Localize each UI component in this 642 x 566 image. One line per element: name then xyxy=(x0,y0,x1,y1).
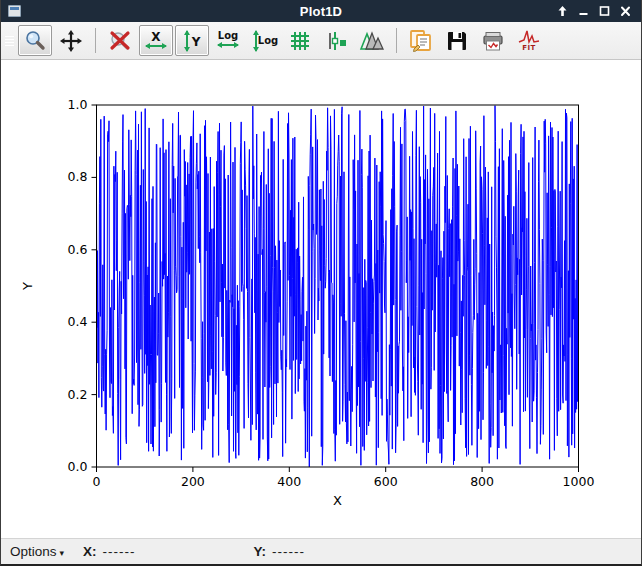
log-x-button[interactable]: Log xyxy=(211,25,245,56)
x-tick-label: 800 xyxy=(470,474,494,489)
options-dropdown-button[interactable]: Options ▾ xyxy=(10,544,64,559)
y-axis-autoscale-icon: Y xyxy=(179,28,205,54)
plot-canvas[interactable]: 020040060080010000.00.20.40.60.81.0XY xyxy=(1,60,641,538)
svg-text:FIT: FIT xyxy=(522,43,536,51)
cursor-x-label: X: xyxy=(83,544,97,559)
x-tick-label: 1000 xyxy=(563,474,595,489)
options-label: Options xyxy=(10,544,57,559)
autoscale-x-button[interactable]: X xyxy=(139,25,173,56)
y-axis-label: Y xyxy=(20,282,35,291)
window-controls xyxy=(555,4,641,19)
autoscale-y-button[interactable]: Y xyxy=(175,25,209,56)
y-tick-label: 0.2 xyxy=(68,387,88,402)
x-tick-label: 0 xyxy=(93,474,101,489)
pan-mode-button[interactable] xyxy=(54,25,88,56)
x-tick-label: 400 xyxy=(277,474,301,489)
keep-above-button[interactable] xyxy=(555,4,570,19)
y-tick-label: 0.6 xyxy=(68,242,88,257)
markers-slider-icon xyxy=(324,29,348,53)
cursor-y-label: Y: xyxy=(254,544,267,559)
fit-button[interactable]: FIT xyxy=(512,25,546,56)
x-tick-label: 200 xyxy=(181,474,205,489)
y-tick-label: 1.0 xyxy=(68,97,88,112)
clipboard-notes-icon xyxy=(408,28,434,54)
grid-icon xyxy=(288,29,312,53)
svg-text:X: X xyxy=(151,30,161,44)
x-axis-label: X xyxy=(333,493,342,508)
noise-line-series xyxy=(97,106,579,467)
chevron-down-icon: ▾ xyxy=(60,548,65,558)
statusbar: Options ▾ X: ------ Y: ------ xyxy=(1,538,641,564)
plot1d-window: Plot1D xyxy=(0,0,642,566)
cursor-y-value: ------ xyxy=(272,544,305,559)
peaks-mountain-icon xyxy=(359,29,385,53)
x-axis-autoscale-icon: X xyxy=(143,28,169,54)
minimize-button[interactable] xyxy=(576,4,591,19)
curve-style-button[interactable] xyxy=(319,25,353,56)
y-tick-label: 0.0 xyxy=(68,459,88,474)
print-button[interactable] xyxy=(476,25,510,56)
cursor-x-value: ------ xyxy=(103,544,136,559)
svg-text:Y: Y xyxy=(191,35,201,49)
plot-toolbar: X Y Log Log xyxy=(1,22,641,60)
titlebar[interactable]: Plot1D xyxy=(1,0,641,22)
peak-search-button[interactable] xyxy=(355,25,389,56)
svg-text:Log: Log xyxy=(218,30,238,41)
toolbar-grip-handle[interactable] xyxy=(5,29,14,53)
x-tick-label: 600 xyxy=(374,474,398,489)
svg-text:Log: Log xyxy=(258,35,278,46)
save-button[interactable] xyxy=(440,25,474,56)
close-button[interactable] xyxy=(618,4,633,19)
y-log-scale-icon: Log xyxy=(249,28,279,54)
log-y-button[interactable]: Log xyxy=(247,25,281,56)
fit-curve-icon: FIT xyxy=(516,28,542,54)
printer-icon xyxy=(480,29,506,53)
zoom-off-icon xyxy=(107,29,133,53)
zoom-mode-button[interactable] xyxy=(18,25,52,56)
x-log-scale-icon: Log xyxy=(214,28,242,54)
annotate-button[interactable] xyxy=(404,25,438,56)
toolbar-separator xyxy=(95,28,96,53)
magnifier-icon xyxy=(23,29,47,53)
zoom-reset-button[interactable] xyxy=(103,25,137,56)
figure-area: 020040060080010000.00.20.40.60.81.0XY xyxy=(1,60,641,538)
floppy-disk-icon xyxy=(445,29,469,53)
window-title: Plot1D xyxy=(1,4,641,19)
pan-arrows-icon xyxy=(59,29,83,53)
grid-toggle-button[interactable] xyxy=(283,25,317,56)
y-tick-label: 0.4 xyxy=(68,314,88,329)
y-tick-label: 0.8 xyxy=(68,169,88,184)
maximize-button[interactable] xyxy=(597,4,612,19)
toolbar-separator xyxy=(396,28,397,53)
